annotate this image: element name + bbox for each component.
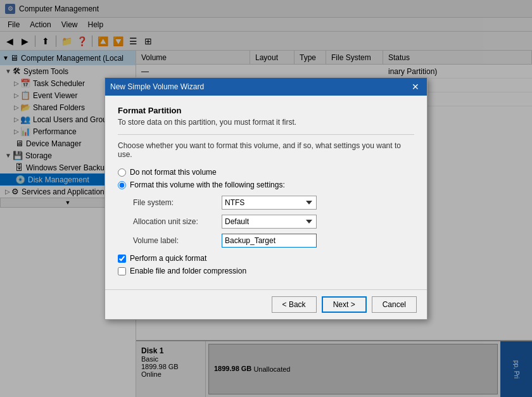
radio-format-option[interactable]: Format this volume with the following se…	[118, 180, 414, 189]
filesystem-label: File system:	[133, 198, 222, 207]
volume-label-text: Volume label:	[133, 236, 222, 245]
compression-option[interactable]: Enable file and folder compression	[118, 267, 414, 275]
allocation-label: Allocation unit size:	[133, 217, 222, 226]
next-button[interactable]: Next >	[322, 296, 367, 313]
modal-titlebar: New Simple Volume Wizard ✕	[105, 78, 427, 96]
allocation-control: Default	[222, 215, 414, 229]
radio-group: Do not format this volume Format this vo…	[118, 168, 414, 189]
volume-label-input[interactable]	[222, 234, 317, 248]
no-format-label: Do not format this volume	[130, 168, 217, 177]
modal-footer: < Back Next > Cancel	[105, 289, 427, 319]
modal-close-button[interactable]: ✕	[409, 80, 422, 93]
modal-overlay: New Simple Volume Wizard ✕ Format Partit…	[0, 0, 532, 397]
filesystem-control: NTFS FAT32 exFAT	[222, 196, 414, 210]
new-simple-volume-wizard: New Simple Volume Wizard ✕ Format Partit…	[104, 77, 428, 320]
compression-label: Enable file and folder compression	[130, 267, 246, 275]
quick-format-checkbox[interactable]	[118, 255, 126, 263]
allocation-row: Allocation unit size: Default	[133, 215, 414, 229]
allocation-select[interactable]: Default	[222, 215, 317, 229]
radio-no-format-option[interactable]: Do not format this volume	[118, 168, 414, 177]
no-format-radio[interactable]	[118, 168, 126, 177]
filesystem-row: File system: NTFS FAT32 exFAT	[133, 196, 414, 210]
modal-section-title: Format Partition	[118, 106, 414, 115]
volume-label-row: Volume label:	[133, 234, 414, 248]
quick-format-option[interactable]: Perform a quick format	[118, 254, 414, 263]
format-radio[interactable]	[118, 181, 126, 189]
quick-format-label: Perform a quick format	[130, 254, 206, 263]
modal-content: Format Partition To store data on this p…	[105, 96, 427, 289]
filesystem-select[interactable]: NTFS FAT32 exFAT	[222, 196, 317, 210]
modal-description: Choose whether you want to format this v…	[118, 141, 414, 159]
back-button[interactable]: < Back	[272, 296, 317, 313]
modal-title: New Simple Volume Wizard	[110, 82, 204, 91]
modal-divider	[118, 134, 414, 135]
compression-checkbox[interactable]	[118, 267, 126, 275]
cancel-button[interactable]: Cancel	[372, 296, 417, 313]
format-settings: File system: NTFS FAT32 exFAT Allocation…	[133, 196, 414, 248]
modal-section-subtitle: To store data on this partition, you mus…	[118, 118, 414, 127]
format-label: Format this volume with the following se…	[130, 180, 285, 189]
modal-header-section: Format Partition To store data on this p…	[118, 106, 414, 127]
volume-label-control	[222, 234, 414, 248]
